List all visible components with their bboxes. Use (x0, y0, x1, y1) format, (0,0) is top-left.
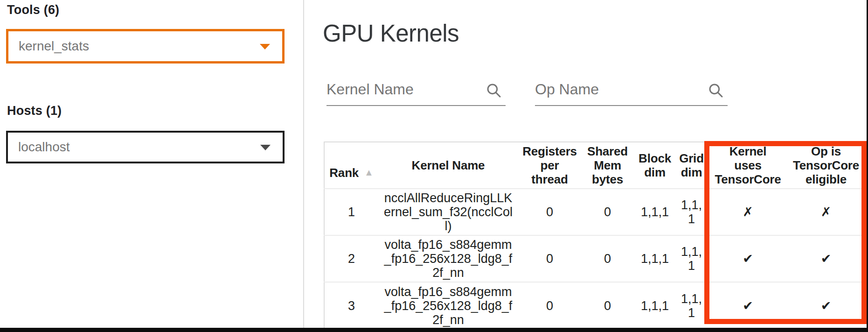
op-tensorcore-eligible-cell: ✔ (789, 282, 863, 329)
profiler-screen: Tools (6) kernel_stats Hosts (1) localho… (0, 0, 868, 332)
grid-dim-cell: 1,1, 1 (676, 189, 707, 235)
column-header-rank[interactable]: Rank▲ (324, 142, 378, 189)
search-icon (485, 82, 503, 99)
column-header-shared-mem-bytes[interactable]: Shared Mem bytes (581, 142, 634, 189)
grid-dim-cell: 1,1, 1 (676, 235, 707, 282)
column-header-block-dim[interactable]: Block dim (634, 142, 676, 189)
op-tensorcore-eligible-cell: ✔ (789, 235, 863, 282)
rank-cell: 3 (324, 282, 378, 329)
shared-mem-cell: 0 (581, 282, 634, 329)
search-icon (707, 82, 725, 99)
kernel-uses-tensorcore-cell: ✗ (707, 189, 789, 235)
table-row: 2 volta_fp16_s884gemm _fp16_256x128_ldg8… (324, 235, 863, 282)
chevron-down-icon (260, 145, 271, 150)
op-name-filter-field (535, 76, 728, 106)
registers-cell: 0 (518, 282, 581, 329)
kernel-name-cell: volta_fp16_s884gemm _fp16_256x128_ldg8_f… (378, 282, 518, 329)
block-dim-cell: 1,1,1 (634, 235, 676, 282)
tools-section-label: Tools (6) (7, 3, 59, 17)
op-name-input[interactable] (535, 76, 728, 105)
hosts-select[interactable]: localhost (6, 131, 285, 163)
column-header-registers-per-thread[interactable]: Registers per thread (518, 142, 581, 189)
sidebar-divider (303, 0, 304, 328)
sort-ascending-icon: ▲ (364, 167, 374, 177)
grid-dim-cell: 1,1, 1 (676, 282, 707, 329)
hosts-section-label: Hosts (1) (7, 104, 62, 118)
hosts-select-value: localhost (18, 140, 70, 155)
page-title: GPU Kernels (323, 20, 459, 47)
column-header-kernel-uses-tensorcore[interactable]: Kernel uses TensorCore (707, 142, 789, 189)
table-header-row: Rank▲ Kernel Name Registers per thread S… (324, 142, 863, 189)
tools-select[interactable]: kernel_stats (6, 29, 285, 64)
op-tensorcore-eligible-cell: ✗ (789, 189, 863, 235)
table-row: 1 ncclAllReduceRingLLK ernel_sum_f32(ncc… (324, 189, 863, 235)
kernel-name-cell: volta_fp16_s884gemm _fp16_256x128_ldg8_f… (378, 235, 518, 282)
shared-mem-cell: 0 (581, 189, 634, 235)
registers-cell: 0 (518, 189, 581, 235)
shared-mem-cell: 0 (581, 235, 634, 282)
bottom-window-edge (0, 328, 868, 332)
block-dim-cell: 1,1,1 (634, 189, 676, 235)
column-header-op-is-tensorcore-eligible[interactable]: Op is TensorCore eligible (789, 142, 863, 189)
rank-cell: 2 (324, 235, 378, 282)
kernel-name-filter-field (326, 76, 506, 106)
kernel-name-cell: ncclAllReduceRingLLK ernel_sum_f32(ncclC… (378, 189, 518, 235)
chevron-down-icon (260, 44, 270, 49)
column-header-grid-dim[interactable]: Grid dim (676, 142, 707, 189)
kernel-uses-tensorcore-cell: ✔ (707, 235, 789, 282)
tools-select-value: kernel_stats (19, 39, 89, 54)
gpu-kernels-table: Rank▲ Kernel Name Registers per thread S… (324, 141, 863, 329)
column-header-kernel-name[interactable]: Kernel Name (378, 142, 518, 189)
kernel-uses-tensorcore-cell: ✔ (707, 282, 789, 329)
block-dim-cell: 1,1,1 (634, 282, 676, 329)
rank-cell: 1 (324, 189, 378, 235)
kernel-name-input[interactable] (326, 76, 506, 105)
table-row: 3 volta_fp16_s884gemm _fp16_256x128_ldg8… (324, 282, 863, 329)
registers-cell: 0 (518, 235, 581, 282)
